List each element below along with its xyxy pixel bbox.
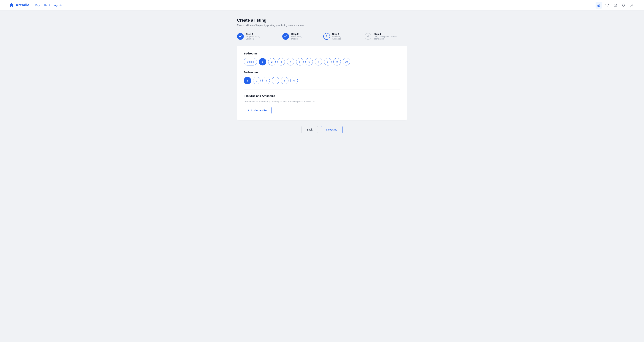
add-amenities-button[interactable]: + Add Amenities — [244, 107, 272, 114]
nav-right — [596, 2, 635, 9]
nav-left: Arcadia Buy Rent Agents — [9, 3, 62, 8]
home-icon — [597, 4, 600, 7]
bedroom-studio[interactable]: Studio — [244, 58, 257, 66]
bathroom-6[interactable]: 6 — [290, 77, 298, 84]
bedroom-6[interactable]: 6 — [306, 58, 313, 66]
bedroom-10[interactable]: 10 — [343, 58, 350, 66]
back-button[interactable]: Back — [301, 126, 318, 133]
mail-nav-button[interactable] — [612, 2, 619, 9]
bathrooms-title: Bathrooms — [244, 71, 400, 74]
bedroom-3[interactable]: 3 — [278, 58, 285, 66]
brand-name: Arcadia — [16, 3, 29, 7]
step-4-info: Step 4 Title, Description, Contact Infor… — [374, 33, 407, 40]
step-1-label: Step 1 — [246, 33, 268, 36]
heart-nav-button[interactable] — [604, 2, 610, 9]
checkmark-icon-2 — [284, 35, 287, 38]
step-3-info: Step 3 Features, Amenities — [332, 33, 350, 40]
features-description: Add additional features e.g. parking spa… — [244, 100, 400, 103]
navbar: Arcadia Buy Rent Agents — [0, 0, 644, 11]
step-2-label: Step 2 — [291, 33, 308, 36]
bell-nav-button[interactable] — [620, 2, 627, 9]
mail-icon — [614, 4, 617, 7]
step-4: 4 Step 4 Title, Description, Contact Inf… — [365, 33, 407, 40]
user-nav-button[interactable] — [628, 2, 635, 9]
nav-links: Buy Rent Agents — [35, 4, 62, 7]
step-4-label: Step 4 — [374, 33, 407, 36]
bathroom-3[interactable]: 3 — [262, 77, 270, 84]
nav-rent[interactable]: Rent — [44, 4, 50, 7]
bedroom-4[interactable]: 4 — [287, 58, 294, 66]
bedrooms-options: Studio 1 2 3 4 5 6 7 8 9 10 — [244, 58, 400, 66]
plus-icon: + — [248, 109, 249, 112]
bathroom-2[interactable]: 2 — [253, 77, 260, 84]
page-title: Create a listing — [237, 18, 407, 23]
bedroom-8[interactable]: 8 — [324, 58, 332, 66]
logo-icon — [9, 3, 14, 8]
step-1-info: Step 1 Purpose, Type, Location — [246, 33, 268, 40]
step-2: Step 2 Price, Area, Photos — [282, 33, 308, 40]
bedroom-7[interactable]: 7 — [315, 58, 322, 66]
bedroom-5[interactable]: 5 — [296, 58, 304, 66]
step-1-sublabel: Purpose, Type, Location — [246, 36, 268, 40]
features-title: Features and Amenities — [244, 94, 400, 97]
bedrooms-section: Bedrooms Studio 1 2 3 4 5 6 7 8 9 10 — [244, 52, 400, 66]
svg-point-0 — [631, 4, 632, 5]
step-1: Step 1 Purpose, Type, Location — [237, 33, 268, 40]
nav-buy[interactable]: Buy — [35, 4, 40, 7]
step-3: 3 Step 3 Features, Amenities — [323, 33, 350, 40]
bedroom-9[interactable]: 9 — [333, 58, 341, 66]
step-3-number: 3 — [326, 35, 328, 38]
step-2-circle — [282, 33, 289, 40]
next-step-button[interactable]: Next step — [321, 126, 343, 133]
bell-icon — [622, 4, 625, 7]
features-section: Features and Amenities Add additional fe… — [244, 90, 400, 114]
bathroom-4[interactable]: 4 — [272, 77, 279, 84]
step-3-label: Step 3 — [332, 33, 350, 36]
bottom-actions: Back Next step — [237, 126, 407, 133]
step-3-sublabel: Features, Amenities — [332, 36, 350, 40]
bedroom-1[interactable]: 1 — [259, 58, 266, 66]
home-nav-button[interactable] — [596, 2, 602, 9]
user-icon — [630, 4, 634, 7]
add-amenities-label: Add Amenities — [251, 109, 268, 112]
step-2-sublabel: Price, Area, Photos — [291, 36, 308, 40]
bedroom-2[interactable]: 2 — [268, 58, 276, 66]
logo[interactable]: Arcadia — [9, 3, 29, 8]
main-content: Create a listing Reach millions of buyer… — [232, 11, 412, 141]
checkmark-icon — [239, 35, 242, 38]
heart-icon — [606, 4, 609, 7]
step-4-number: 4 — [367, 35, 369, 38]
page-subtitle: Reach millions of buyers by posting your… — [237, 24, 407, 27]
step-4-circle: 4 — [365, 33, 372, 40]
step-2-info: Step 2 Price, Area, Photos — [291, 33, 308, 40]
nav-agents[interactable]: Agents — [54, 4, 62, 7]
bathroom-1[interactable]: 1 — [244, 77, 251, 84]
bathroom-5[interactable]: 5 — [281, 77, 288, 84]
bedrooms-title: Bedrooms — [244, 52, 400, 55]
step-3-circle: 3 — [323, 33, 330, 40]
steps-indicator: Step 1 Purpose, Type, Location Step 2 Pr… — [237, 33, 407, 40]
bathrooms-section: Bathrooms 1 2 3 4 5 6 — [244, 71, 400, 84]
bathrooms-options: 1 2 3 4 5 6 — [244, 77, 400, 84]
step-4-sublabel: Title, Description, Contact Information — [374, 36, 407, 40]
step-1-circle — [237, 33, 244, 40]
form-card: Bedrooms Studio 1 2 3 4 5 6 7 8 9 10 Bat… — [237, 46, 407, 120]
